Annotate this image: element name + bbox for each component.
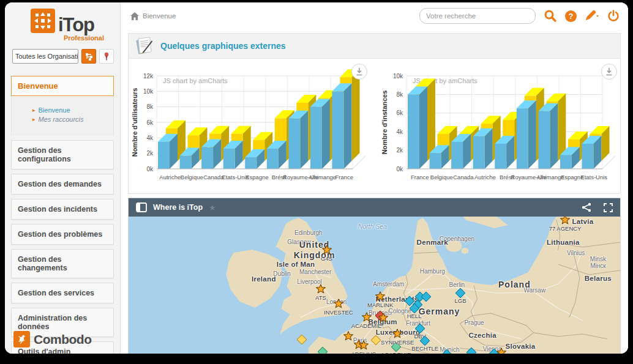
map-city-label: Minsk Мінск bbox=[590, 255, 606, 269]
map-country-label: Germany bbox=[419, 306, 460, 316]
collapse-panel-icon[interactable] bbox=[136, 202, 147, 212]
map-marker-diamond[interactable] bbox=[298, 336, 305, 343]
main-area: Bienvenue ? bbox=[121, 2, 628, 354]
svg-text:2k: 2k bbox=[146, 150, 154, 157]
svg-text:Canada: Canada bbox=[203, 174, 224, 180]
sidebar-item[interactable]: Gestion des services bbox=[11, 283, 114, 303]
dashboard-content: Quelques graphiques externes 0k2k4k6k8k1… bbox=[121, 29, 628, 354]
search-input[interactable] bbox=[419, 8, 536, 24]
map-marker-diamond[interactable] bbox=[416, 325, 424, 332]
svg-text:6k: 6k bbox=[396, 110, 403, 116]
map-city-label: Edinburgh bbox=[294, 229, 323, 237]
favorite-star-icon[interactable]: ★ bbox=[209, 203, 216, 212]
map-marker-label[interactable]: MARLINK bbox=[367, 302, 393, 308]
map-city-label: Berlin bbox=[449, 282, 465, 289]
sidebar-sublink[interactable]: ▸Bienvenue bbox=[32, 106, 110, 114]
svg-text:Nombre d'instances: Nombre d'instances bbox=[381, 91, 388, 155]
charts-row: 0k2k4k6k8k10k12kJS chart by amChartsAutr… bbox=[129, 59, 620, 193]
pushpin-icon bbox=[103, 52, 110, 61]
svg-text:2k: 2k bbox=[396, 147, 403, 154]
sidebar-item[interactable]: Gestion des incidents bbox=[11, 199, 114, 220]
itop-logo-icon bbox=[31, 9, 55, 33]
svg-text:0k: 0k bbox=[146, 166, 154, 173]
sidebar-item[interactable]: Gestion des problèmes bbox=[11, 224, 114, 245]
map-marker-diamond[interactable] bbox=[457, 289, 464, 297]
svg-text:Etats-Unis: Etats-Unis bbox=[222, 174, 249, 180]
organization-select[interactable]: Toutes les Organisatior▼ bbox=[12, 49, 78, 64]
svg-text:Allemange: Allemange bbox=[309, 174, 336, 180]
map-marker-diamond[interactable] bbox=[468, 349, 475, 354]
sidebar-item[interactable]: Gestion des changements bbox=[11, 249, 114, 278]
map-marker-label[interactable]: ATS bbox=[315, 294, 326, 301]
chart-instances: 0k2k4k6k8k10kJS chart by amChartsFranceB… bbox=[380, 67, 620, 191]
map-overlay: EdinburghGlasgowDublinManchesterLiverpoo… bbox=[129, 217, 620, 354]
map-marker-label[interactable]: G4S bbox=[321, 255, 332, 262]
svg-text:France: France bbox=[335, 174, 353, 180]
map-marker-diamond[interactable] bbox=[411, 305, 418, 312]
map-panel-header: Where is iTop ★ bbox=[129, 198, 620, 217]
map-marker-label[interactable]: BECHTLE bbox=[411, 345, 438, 352]
sidebar-sublink[interactable]: ▸Mes raccourcis bbox=[32, 116, 110, 123]
chart-download-button[interactable] bbox=[601, 64, 617, 80]
sidebar: iTop Professional Toutes les Organisatio… bbox=[5, 2, 121, 354]
bullet-icon: ▸ bbox=[32, 117, 36, 122]
map-country-label: Denmark bbox=[417, 239, 448, 247]
svg-text:Allemange: Allemange bbox=[537, 174, 564, 180]
map-city-label: Warsaw bbox=[523, 288, 545, 295]
map-marker-diamond[interactable] bbox=[443, 351, 451, 354]
map-canvas[interactable]: EdinburghGlasgowDublinManchesterLiverpoo… bbox=[129, 217, 620, 354]
pin-menu-button[interactable] bbox=[99, 49, 114, 64]
help-icon[interactable]: ? bbox=[565, 10, 577, 22]
map-marker-star[interactable] bbox=[378, 313, 388, 324]
combodo-name: Combodo bbox=[34, 332, 91, 347]
map-city-label: Dublin bbox=[273, 270, 290, 278]
chart-download-button[interactable] bbox=[351, 64, 367, 80]
map-marker-diamond[interactable] bbox=[421, 337, 429, 344]
topbar: Bienvenue ? bbox=[121, 2, 628, 29]
svg-text:Belgique: Belgique bbox=[430, 174, 453, 180]
map-marker-diamond[interactable] bbox=[422, 293, 430, 300]
map-city-label: Vilnius bbox=[567, 250, 585, 257]
org-hierarchy-button[interactable] bbox=[81, 49, 96, 64]
share-icon[interactable] bbox=[582, 202, 591, 212]
map-marker-label[interactable]: LGB bbox=[455, 297, 466, 304]
map-city-label: Hamburg bbox=[420, 268, 445, 275]
map-marker-star[interactable] bbox=[496, 347, 506, 354]
edit-menu-icon[interactable] bbox=[585, 10, 599, 22]
svg-text:JS chart by amCharts: JS chart by amCharts bbox=[163, 77, 228, 84]
sidebar-item[interactable]: Gestion des configurations bbox=[11, 140, 114, 169]
map-marker-label[interactable]: INVESTEC bbox=[324, 309, 353, 316]
map-marker-star[interactable] bbox=[343, 332, 353, 343]
svg-text:Nombre d'utilisateurs: Nombre d'utilisateurs bbox=[131, 88, 138, 157]
map-marker-label[interactable]: ACADEMIE bbox=[351, 322, 382, 329]
map-marker-label[interactable]: HELL bbox=[407, 313, 422, 319]
map-title: Where is iTop bbox=[153, 203, 203, 212]
map-marker-label[interactable]: ADELIUS bbox=[351, 351, 376, 354]
hierarchy-icon bbox=[85, 53, 93, 61]
search-icon[interactable] bbox=[544, 9, 557, 23]
breadcrumb[interactable]: Bienvenue bbox=[130, 12, 176, 20]
sidebar-item[interactable]: Gestion des demandes bbox=[11, 174, 114, 195]
map-marker-label[interactable]: SYNIVERSE bbox=[381, 339, 414, 346]
svg-text:Etats-Unis: Etats-Unis bbox=[580, 174, 607, 180]
svg-text:0k: 0k bbox=[396, 166, 403, 173]
map-marker-diamond[interactable] bbox=[372, 336, 380, 344]
bienvenue-submenu: ▸Bienvenue▸Mes raccourcis bbox=[11, 96, 114, 136]
logo-subtitle: Professional bbox=[5, 34, 104, 42]
map-city-label: Copenhagen bbox=[440, 236, 474, 243]
map-city-label: Amsterdam bbox=[373, 281, 404, 288]
svg-text:Belgique: Belgique bbox=[181, 174, 203, 180]
svg-text:10k: 10k bbox=[143, 88, 154, 95]
map-marker-label[interactable]: ACADEMIE bbox=[381, 351, 411, 354]
sidebar-item-bienvenue[interactable]: Bienvenue bbox=[11, 76, 114, 96]
fullscreen-icon[interactable] bbox=[604, 203, 613, 212]
map-country-label: Slovakia bbox=[505, 343, 535, 351]
logoff-power-icon[interactable] bbox=[607, 10, 620, 22]
chart-users-svg: 0k2k4k6k8k10k12kJS chart by amChartsAutr… bbox=[130, 67, 370, 191]
svg-text:4k: 4k bbox=[396, 128, 403, 135]
map-marker-label[interactable]: 77 AGENCY bbox=[549, 225, 582, 232]
map-marker-diamond[interactable] bbox=[319, 348, 326, 354]
svg-text:Autriche: Autriche bbox=[474, 174, 496, 180]
logo-title: iTop bbox=[58, 17, 94, 33]
notepad-icon bbox=[135, 37, 154, 55]
